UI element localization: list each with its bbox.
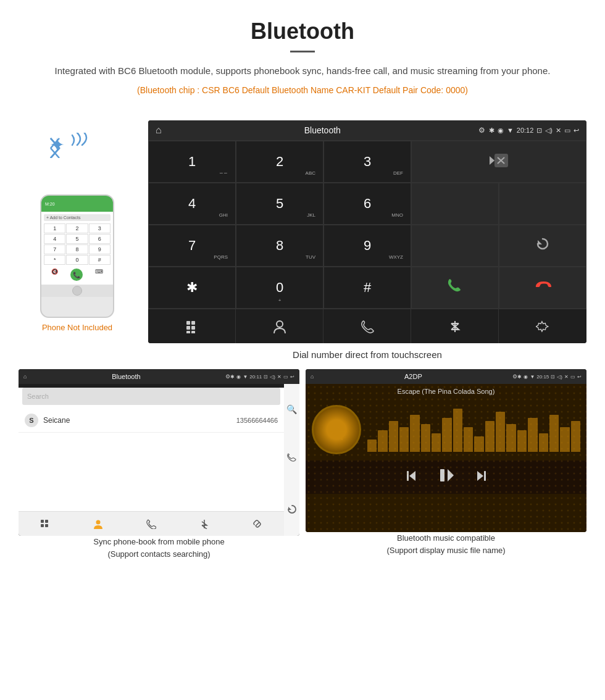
viz-bar <box>496 412 505 452</box>
album-art <box>312 405 361 454</box>
svg-rect-9 <box>186 321 190 325</box>
bottom-nav-bar <box>148 309 586 343</box>
pb-usb-icon: ⚙ <box>225 373 230 380</box>
camera-icon: ⊡ <box>536 127 542 135</box>
close-icon: ✕ <box>556 127 561 135</box>
phone-home-button <box>72 286 82 296</box>
green-call-icon <box>446 277 464 299</box>
pb-nav-bt[interactable] <box>178 512 231 536</box>
sync-icon <box>535 236 550 251</box>
end-call-button[interactable] <box>499 267 586 309</box>
svg-rect-13 <box>186 331 190 333</box>
phone-bottom-bar <box>41 285 113 297</box>
phonebook-screen: ⌂ Bluetooth ⚙ ✱ ◉ ▼ 20:11 ⊡ ◁) ✕ ▭ ↩ <box>19 369 299 536</box>
key-8[interactable]: 8TUV <box>236 225 323 267</box>
key-6[interactable]: 6MNO <box>323 183 411 225</box>
pb-nav-phone[interactable] <box>125 512 178 536</box>
pb-refresh-icon[interactable] <box>287 504 297 516</box>
phone-top-bar: M:20 <box>41 196 113 212</box>
phonebook-col: ⌂ Bluetooth ⚙ ✱ ◉ ▼ 20:11 ⊡ ◁) ✕ ▭ ↩ <box>19 369 299 560</box>
person-icon <box>273 320 286 333</box>
call-button[interactable] <box>411 267 499 309</box>
pb-bt-icon: ✱ <box>230 374 235 380</box>
phone-device: M:20 + Add to Contacts 123 456 789 *0# 🔇… <box>40 194 114 318</box>
song-title: Escape (The Pina Colada Song) <box>306 384 586 399</box>
key-1[interactable]: 1∽∽ <box>148 141 236 183</box>
music-screen-icon: ▭ <box>570 374 575 380</box>
contact-initial: S <box>25 414 38 427</box>
nav-contacts[interactable] <box>236 309 323 343</box>
viz-bar <box>389 421 398 452</box>
settings-nav-icon <box>536 320 549 333</box>
volume-icon: ◁) <box>545 127 553 135</box>
bt-waves <box>67 133 92 157</box>
key-9[interactable]: 9WXYZ <box>323 225 411 267</box>
backspace-icon[interactable] <box>490 154 508 170</box>
pb-cam-icon: ⊡ <box>264 374 268 380</box>
pb-call-icon[interactable] <box>287 453 297 465</box>
music-caption: Bluetooth music compatible (Support disp… <box>306 532 586 560</box>
pb-person-icon <box>93 519 103 529</box>
phone-section: ✦ <box>19 120 136 332</box>
nav-phone[interactable] <box>323 309 411 343</box>
key-5[interactable]: 5JKL <box>236 183 323 225</box>
svg-point-15 <box>277 321 283 327</box>
page-title: Bluetooth <box>37 19 568 44</box>
viz-bar <box>464 427 473 452</box>
nav-dialpad[interactable] <box>148 309 236 343</box>
music-back-icon: ↩ <box>577 374 582 380</box>
music-bt-icon: ✱ <box>517 374 522 380</box>
pb-x-icon: ✕ <box>277 374 282 380</box>
empty-cell-3 <box>411 225 499 267</box>
contact-row[interactable]: S Seicane 13566664466 <box>19 409 284 433</box>
pb-status-bar: ⌂ Bluetooth ⚙ ✱ ◉ ▼ 20:11 ⊡ ◁) ✕ ▭ ↩ <box>19 369 299 384</box>
viz-bar <box>442 418 451 452</box>
viz-bar <box>421 424 430 452</box>
empty-cell-2 <box>499 183 586 225</box>
phonebook-content: Search S Seicane 13566664466 <box>19 388 284 511</box>
phone-not-included-label: Phone Not Included <box>42 323 112 332</box>
svg-rect-24 <box>45 524 48 527</box>
key-star[interactable]: ✱ <box>148 267 236 309</box>
key-3[interactable]: 3DEF <box>323 141 411 183</box>
pb-bottom-nav <box>19 511 284 536</box>
red-call-icon <box>534 277 551 299</box>
key-0[interactable]: 0+ <box>236 267 323 309</box>
key-7[interactable]: 7PQRS <box>148 225 236 267</box>
phone-add-contact: + Add to Contacts <box>44 214 111 221</box>
key-2[interactable]: 2ABC <box>236 141 323 183</box>
key-4[interactable]: 4GHI <box>148 183 236 225</box>
header-divider <box>290 51 315 52</box>
search-bar[interactable]: Search <box>22 388 280 405</box>
music-screen: ⌂ A2DP ⚙ ✱ ◉ ▼ 20:15 ⊡ ◁) ✕ ▭ ↩ <box>306 369 586 532</box>
nav-bluetooth[interactable] <box>411 309 499 343</box>
viz-bar <box>528 418 537 452</box>
pb-wifi-icon: ▼ <box>243 374 248 380</box>
dialpad-grid: 1∽∽ 2ABC 3DEF <box>148 140 586 309</box>
music-usb-icon: ⚙ <box>512 373 517 380</box>
usb-icon: ⚙ <box>478 126 485 135</box>
pb-nav-person[interactable] <box>72 512 125 536</box>
nav-settings[interactable] <box>499 309 586 343</box>
contact-number: 13566664466 <box>236 417 278 424</box>
music-cam-icon: ⊡ <box>551 374 555 380</box>
pb-nav-link[interactable] <box>231 512 284 536</box>
pb-nav-grid[interactable] <box>19 512 72 536</box>
pb-search-icon[interactable]: 🔍 <box>286 404 297 414</box>
viz-bar <box>485 421 494 452</box>
main-status-bar: ⌂ Bluetooth ⚙ ✱ ◉ ▼ 20:12 ⊡ ◁) ✕ ▭ ↩ <box>148 120 586 140</box>
svg-marker-4 <box>490 156 494 165</box>
pb-bt-nav-icon <box>199 519 209 529</box>
screen-icon: ▭ <box>564 127 570 135</box>
pb-screen-icon: ▭ <box>283 374 288 380</box>
dialpad-caption: Dial number direct from touchscreen <box>148 343 586 369</box>
location-icon: ◉ <box>498 127 504 135</box>
viz-bar <box>506 424 515 452</box>
refresh-cell[interactable] <box>499 225 586 267</box>
pb-back-icon: ↩ <box>290 374 294 380</box>
main-dialpad-screenshot: ⌂ Bluetooth ⚙ ✱ ◉ ▼ 20:12 ⊡ ◁) ✕ ▭ ↩ <box>148 120 586 369</box>
viz-bar <box>399 427 409 452</box>
phone-screen: + Add to Contacts 123 456 789 *0# 🔇 📞 ⌨ <box>41 212 113 285</box>
key-hash[interactable]: # <box>323 267 411 309</box>
viz-bar <box>453 409 462 452</box>
